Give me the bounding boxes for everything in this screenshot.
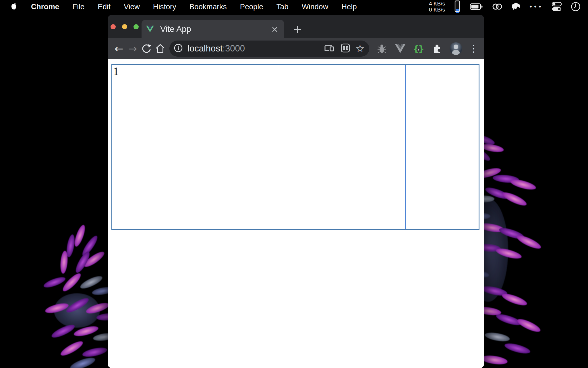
back-icon[interactable]: ← (112, 42, 125, 55)
tab-title: Vite App (160, 24, 191, 34)
grid-icon[interactable] (341, 43, 350, 54)
link-rings-icon[interactable] (492, 3, 503, 11)
tab-close-icon[interactable]: × (270, 24, 280, 34)
kebab-menu-icon[interactable]: ⋮ (469, 43, 478, 54)
vue-logo-icon (146, 26, 154, 32)
omnibox[interactable]: localhost:3000 (169, 41, 369, 57)
vue-devtools-icon[interactable] (394, 43, 406, 54)
folded-shape-icon[interactable] (512, 2, 520, 11)
window-minimize-button[interactable] (122, 24, 127, 29)
meter-icon[interactable] (454, 0, 461, 13)
menubar-app-name[interactable]: Chrome (31, 2, 59, 11)
page-table: 1 (111, 64, 479, 230)
url-port: :3000 (223, 43, 245, 53)
apple-logo-icon[interactable] (10, 2, 18, 11)
page-content: 1 (108, 59, 484, 368)
browser-window: Vite App × + ← → (108, 15, 484, 368)
url-text: localhost:3000 (187, 43, 245, 54)
forward-icon[interactable]: → (126, 42, 139, 55)
device-toolbar-icon[interactable] (324, 43, 335, 54)
braces-cursor-icon[interactable]: { } (413, 43, 424, 54)
toggles-icon[interactable] (551, 2, 562, 12)
menu-help[interactable]: Help (341, 2, 357, 11)
menu-bookmarks[interactable]: Bookmarks (189, 2, 227, 11)
menu-history[interactable]: History (153, 2, 176, 11)
reload-icon[interactable] (140, 42, 153, 55)
table-cell-1: 1 (112, 65, 406, 229)
battery-icon[interactable] (470, 3, 483, 10)
network-up-speed: 4 KB/s (429, 1, 445, 7)
new-tab-button[interactable]: + (292, 24, 303, 35)
bug-icon[interactable] (376, 43, 388, 54)
wallpaper-flowers-left (37, 187, 112, 368)
window-zoom-button[interactable] (134, 24, 139, 29)
menu-tab[interactable]: Tab (276, 2, 289, 11)
menu-window[interactable]: Window (302, 2, 328, 11)
table-cell-2 (406, 65, 479, 229)
menu-view[interactable]: View (124, 2, 140, 11)
browser-toolbar: ← → localhost:3000 (108, 38, 484, 59)
browser-tab[interactable]: Vite App × (142, 20, 284, 38)
profile-avatar[interactable] (450, 42, 462, 55)
tab-strip: Vite App × + (108, 15, 484, 38)
url-host: localhost (187, 43, 223, 53)
network-down-speed: 0 KB/s (429, 7, 445, 13)
overflow-dots-icon[interactable]: ••• (529, 3, 543, 10)
bookmark-star-icon[interactable]: ☆ (355, 43, 365, 54)
cursor-arrow-icon (418, 46, 419, 53)
menu-edit[interactable]: Edit (98, 2, 111, 11)
wallpaper-flowers-right (471, 112, 566, 368)
home-icon[interactable] (154, 42, 167, 55)
menu-people[interactable]: People (240, 2, 263, 11)
extensions-puzzle-icon[interactable] (431, 43, 443, 54)
menu-file[interactable]: File (72, 2, 84, 11)
menubar: Chrome File Edit View History Bookmarks … (0, 0, 588, 13)
network-speed-indicator[interactable]: 4 KB/s 0 KB/s (429, 1, 445, 13)
info-icon[interactable] (174, 43, 183, 54)
window-close-button[interactable] (111, 24, 116, 29)
clock-icon[interactable] (571, 2, 581, 12)
